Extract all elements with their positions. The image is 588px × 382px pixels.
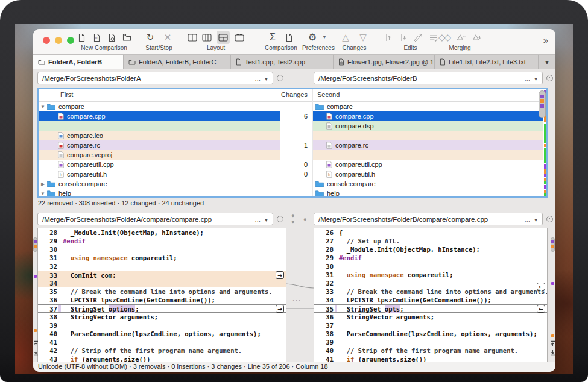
history-clock-icon[interactable] xyxy=(277,216,283,222)
pane-scrollbar-thumb[interactable] xyxy=(33,237,37,252)
code-line-41[interactable]: 41 xyxy=(38,338,286,346)
code-line-32[interactable]: 32← xyxy=(314,279,547,287)
tab-test1-test2[interactable]: Test1.cpp, Test2.cpp xyxy=(231,55,334,69)
folder-scrollbar-thumb[interactable] xyxy=(539,90,546,118)
history-clock-icon[interactable] xyxy=(546,75,553,81)
merge-conflict-up-icon[interactable] xyxy=(456,31,466,43)
merge-diamonds-icon[interactable]: ◇◇ xyxy=(438,31,450,43)
merge-conflict-down-icon[interactable] xyxy=(472,31,481,43)
folder-table-row[interactable]: hcompareutil.h0hcompareutil.h xyxy=(39,169,546,179)
new-binary-comparison-icon[interactable]: 01 xyxy=(92,31,101,43)
scroll-to-last-change-icon[interactable] xyxy=(33,348,39,359)
code-line-36[interactable]: 36 LPCTSTR lpszCmdLine(GetCommandLine())… xyxy=(38,296,286,304)
toolbar-overflow-button[interactable]: » xyxy=(543,35,548,45)
comparison-summary-icon[interactable]: Σ xyxy=(268,31,277,43)
code-line-38[interactable]: 38 StringVector arguments; xyxy=(38,313,286,321)
chevron-right-icon[interactable]: ▶ xyxy=(39,181,47,187)
code-line-39[interactable]: 39 xyxy=(314,338,547,346)
layout-two-pane-icon[interactable] xyxy=(188,31,197,43)
push-down-edit-icon[interactable] xyxy=(398,31,408,43)
gear-icon[interactable]: ⚙ xyxy=(308,31,317,43)
chevron-down-icon[interactable]: ▼ xyxy=(39,191,47,196)
tab-foldera-folderb-folderc[interactable]: FolderA, FolderB, FolderC xyxy=(124,55,231,69)
tab-foldera-folderb[interactable]: FolderA, FolderB xyxy=(33,55,124,69)
push-up-edit-icon[interactable] xyxy=(383,31,393,43)
code-line-29[interactable]: 29#endif xyxy=(38,237,286,245)
code-line-38[interactable]: 38 ParseCommandLine(lpszCmdLine, options… xyxy=(314,330,547,338)
code-line-28[interactable]: 28 _Module.Init(ObjectMap, hInstance); xyxy=(38,228,286,237)
zoom-window-button[interactable] xyxy=(67,37,74,44)
code-line-34[interactable]: 34 LPCTSTR lpszCmdLine(GetCommandLine())… xyxy=(314,296,547,304)
push-change-right-button[interactable]: → xyxy=(276,271,284,279)
accept-edits-icon[interactable] xyxy=(428,31,438,43)
layout-top-bottom-icon[interactable] xyxy=(217,31,230,44)
scroll-to-last-change-icon[interactable] xyxy=(550,348,555,359)
file-path-right[interactable]: /Merge/ForScreenshots/FolderB/compare/co… xyxy=(314,213,543,225)
folder-table-row[interactable]: ▼helphelp xyxy=(39,189,546,198)
file-path-left[interactable]: /Merge/ForScreenshots/FolderA/compare/co… xyxy=(37,213,273,225)
tab-life1-life2-life3[interactable]: Life1.txt, Life2.txt, Life3.txt xyxy=(435,55,539,69)
chevron-down-icon[interactable]: ▼ xyxy=(39,104,47,110)
folder-table-row[interactable]: compare.rc1compare.rc xyxy=(39,140,546,150)
code-line-34[interactable]: 34 xyxy=(38,279,286,287)
next-change-icon[interactable]: ▽ xyxy=(358,31,368,43)
path-menu-icons[interactable]: … ▾ xyxy=(524,213,539,226)
column-header-changes[interactable]: Changes xyxy=(244,91,308,98)
folder-table-row[interactable]: compare.dsp xyxy=(39,121,546,131)
code-line-28[interactable]: 28 _Module.Init(ObjectMap, hInstance); xyxy=(314,245,547,254)
folder-table-row[interactable]: compare.vcproj xyxy=(39,150,546,160)
push-change-left-button[interactable]: ← xyxy=(537,305,545,313)
new-folder-comparison-icon[interactable] xyxy=(122,31,131,43)
code-line-31[interactable]: 31 using namespace compareutil; xyxy=(38,254,286,262)
code-line-39[interactable]: 39 xyxy=(38,321,286,330)
code-line-30[interactable]: 30 xyxy=(38,245,286,254)
stop-comparison-icon[interactable]: ✕ xyxy=(163,31,172,43)
folder-path-right[interactable]: /Merge/ForScreenshots/FolderB … ▾ xyxy=(314,72,543,84)
history-clock-icon[interactable] xyxy=(277,75,283,81)
code-line-37[interactable]: 37 xyxy=(314,321,547,330)
comparison-report-icon[interactable] xyxy=(285,31,294,43)
code-line-30[interactable]: 30 xyxy=(314,262,547,271)
code-line-40[interactable]: 40 ParseCommandLine(lpszCmdLine, options… xyxy=(38,330,286,338)
close-window-button[interactable] xyxy=(43,37,50,44)
path-menu-icons[interactable]: … ▾ xyxy=(254,72,269,85)
code-line-31[interactable]: 31 using namespace compareutil; xyxy=(314,271,547,279)
code-line-32[interactable]: 32 xyxy=(38,262,286,271)
history-clock-icon[interactable] xyxy=(546,216,553,222)
code-line-35[interactable]: 35 StringSet opts;← xyxy=(314,304,547,313)
code-line-26[interactable]: 26{ xyxy=(314,228,547,237)
path-menu-icons[interactable]: … ▾ xyxy=(254,213,269,226)
code-line-35[interactable]: 35 // Break the command line into option… xyxy=(38,287,286,296)
code-line-42[interactable]: 42 // Strip off the first program name a… xyxy=(38,346,286,355)
code-pane-left[interactable]: 28 _Module.Init(ObjectMap, hInstance);29… xyxy=(37,228,286,362)
folder-table-row[interactable]: ▶consolecompareconsolecompare xyxy=(39,179,546,189)
code-line-33[interactable]: 33 // Break the command line into option… xyxy=(314,287,547,296)
code-pane-right[interactable]: 26{27 // Set up ATL.28 _Module.Init(Obje… xyxy=(314,228,548,362)
path-menu-icons[interactable]: … ▾ xyxy=(524,72,539,85)
code-line-33[interactable]: 33 ComInit com;→ xyxy=(38,271,286,279)
previous-change-icon[interactable]: △ xyxy=(341,31,350,43)
new-image-comparison-icon[interactable] xyxy=(107,31,116,43)
code-line-40[interactable]: 40 // Strip off the first program name a… xyxy=(314,346,547,355)
restart-comparison-icon[interactable]: ↻ xyxy=(145,31,155,43)
code-line-36[interactable]: 36 StringVector arguments; xyxy=(314,313,547,321)
folder-table-row[interactable]: compare.cpp6compare.cpp xyxy=(39,111,546,121)
discard-edit-icon[interactable] xyxy=(413,31,423,43)
column-header-second[interactable]: Second xyxy=(317,91,340,98)
folder-table-row[interactable]: compare.ico xyxy=(39,131,546,140)
code-line-29[interactable]: 29#endif xyxy=(314,254,547,262)
layout-three-pane-icon[interactable] xyxy=(202,31,212,43)
layout-tabbed-icon[interactable] xyxy=(235,31,244,43)
folder-path-left[interactable]: /Merge/ForScreenshots/FolderA … ▾ xyxy=(37,72,273,84)
column-header-first[interactable]: First xyxy=(60,91,73,98)
pane-scrollbar-thumb[interactable] xyxy=(551,237,555,252)
new-file-comparison-icon[interactable] xyxy=(77,31,86,43)
code-line-37[interactable]: 37 StringSet options;→ xyxy=(38,304,286,313)
folder-table-row[interactable]: ▼comparecompare xyxy=(39,102,546,111)
chevron-down-icon[interactable]: ▼ xyxy=(320,31,329,43)
minimize-window-button[interactable] xyxy=(55,37,62,44)
folder-table-row[interactable]: compareutil.cpp0compareutil.cpp xyxy=(39,160,546,169)
push-change-right-button[interactable]: → xyxy=(276,305,284,313)
tab-list-dropdown[interactable]: ▼ xyxy=(539,55,555,69)
code-line-27[interactable]: 27 // Set up ATL. xyxy=(314,237,547,245)
